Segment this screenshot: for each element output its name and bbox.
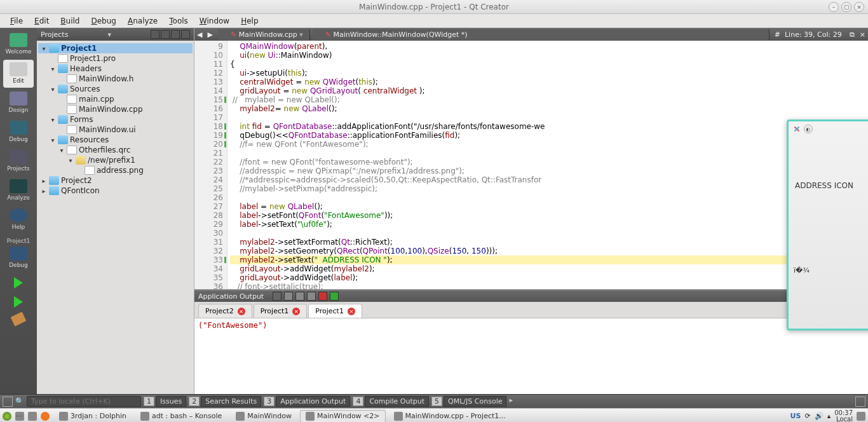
activity-help[interactable]: Help (3, 206, 34, 234)
locator-pane-5[interactable]: 5QML/JS Console (431, 396, 506, 407)
preview-app-icon (792, 125, 801, 133)
tree-node[interactable]: ▾Project1 (38, 43, 193, 53)
firefox-icon[interactable] (41, 412, 50, 421)
taskbar-item[interactable]: MainWindow.cpp - Project1... (388, 410, 512, 423)
menu-file[interactable]: File (5, 15, 28, 27)
output-tab[interactable]: Project2× (198, 304, 252, 318)
editor-toolbar: ◀ ▶ ✎ MainWindow.cpp ▾ ✎ MainWindow::Mai… (194, 28, 868, 41)
search-icon: 🔍 (15, 397, 24, 405)
locator-bar: 🔍 1Issues2Search Results3Application Out… (0, 394, 868, 408)
locator-pane-3[interactable]: 3Application Output (264, 396, 350, 407)
tree-node[interactable]: ▸QFontIcon (38, 186, 193, 196)
menu-window[interactable]: Window (194, 15, 234, 27)
locator-pane-1[interactable]: 1Issues (144, 396, 186, 407)
locator-pane-4[interactable]: 4Compile Output (353, 396, 429, 407)
output-body[interactable]: ("FontAwesome") (194, 318, 868, 394)
code-editor[interactable]: 9101112131415161718192021222324252627282… (194, 41, 868, 289)
show-desktop-button[interactable] (28, 412, 37, 421)
close-icon[interactable]: × (292, 308, 300, 315)
projects-close-button[interactable] (181, 30, 190, 39)
tree-node[interactable]: Project1.pro (38, 53, 193, 64)
editor-close-button[interactable]: × (857, 31, 868, 39)
taskbar-item[interactable]: MainWindow (230, 410, 297, 423)
debug-run-button[interactable] (14, 292, 23, 311)
tree-node[interactable]: ▾/new/prefix1 (38, 155, 193, 165)
tree-node[interactable]: ▾Headers (38, 64, 193, 74)
symbol-crumb[interactable]: ✎ MainWindow::MainWindow(QWidget *) (313, 29, 770, 40)
menu-edit[interactable]: Edit (29, 15, 54, 27)
tree-node[interactable]: ▾Otherfiles.qrc (38, 145, 193, 155)
nav-back-button[interactable]: ◀ (194, 31, 205, 39)
window-minimize-button[interactable]: – (829, 2, 839, 12)
nav-fwd-button[interactable]: ▶ (205, 31, 215, 39)
menu-debug[interactable]: Debug (86, 15, 121, 27)
taskbar-item[interactable]: 3rdjan : Dolphin (53, 410, 132, 423)
taskbar-item[interactable]: MainWindow <2> (300, 410, 386, 423)
activity-edit[interactable]: Edit (3, 60, 34, 88)
projects-split-button[interactable] (171, 30, 180, 39)
menu-build[interactable]: Build (55, 15, 85, 27)
tree-node[interactable]: ▾Sources (38, 84, 193, 94)
tree-node[interactable]: main.cpp (38, 94, 193, 104)
system-taskbar: ⋯ 3rdjan : Dolphinadt : bash – KonsoleMa… (0, 408, 868, 422)
projects-title: Projects (41, 31, 68, 39)
projects-tree[interactable]: ▾Project1 Project1.pro▾Headers MainWindo… (37, 41, 194, 198)
run-button[interactable] (14, 273, 23, 292)
tree-node[interactable]: MainWindow.ui (38, 125, 193, 135)
menu-analyze[interactable]: Analyze (123, 15, 163, 27)
taskbar-item[interactable]: adt : bash – Konsole (135, 410, 227, 423)
window-maximize-button[interactable]: ▢ (841, 2, 851, 12)
output-stop-button[interactable] (318, 292, 327, 301)
preview-pin-button[interactable]: ◐ (804, 125, 813, 133)
tree-node[interactable]: MainWindow.h (38, 74, 193, 84)
window-close-button[interactable]: × (854, 2, 864, 12)
locator-pane-2[interactable]: 2Search Results (189, 396, 261, 407)
output-panel: Application Output Project2×Project (194, 289, 868, 394)
tray-expand-icon[interactable]: ▴ (827, 412, 831, 420)
desktop-pager[interactable] (857, 412, 865, 421)
output-rerun-button[interactable] (273, 292, 281, 301)
target-project-label: Project1 (7, 238, 31, 244)
file-crumb[interactable]: ✎ MainWindow.cpp ▾ (218, 29, 310, 40)
output-prev-button[interactable] (284, 292, 293, 301)
output-next-button[interactable] (295, 292, 304, 301)
locator-input[interactable] (27, 396, 141, 407)
close-icon[interactable]: × (348, 308, 355, 315)
tree-node[interactable]: MainWindow.cpp (38, 104, 193, 114)
activity-welcome[interactable]: Welcome (3, 31, 34, 58)
output-tab[interactable]: Project1× (308, 304, 362, 318)
start-button[interactable] (3, 412, 11, 421)
projects-filter-button[interactable] (151, 30, 159, 39)
updates-icon[interactable]: ⟳ (804, 412, 810, 420)
activities-button[interactable]: ⋯ (15, 412, 24, 421)
activity-projects[interactable]: Projects (3, 147, 34, 175)
volume-icon[interactable]: 🔊 (815, 412, 824, 420)
clock[interactable]: 00:37Local (834, 410, 853, 423)
tree-node[interactable]: ▾Forms (38, 114, 193, 125)
output-play-button[interactable] (307, 292, 316, 301)
projects-sync-button[interactable] (161, 30, 170, 39)
close-icon[interactable]: × (238, 308, 245, 315)
activity-analyze[interactable]: Analyze (3, 177, 34, 205)
keyboard-indicator[interactable]: US (790, 412, 801, 420)
build-button[interactable] (12, 311, 25, 327)
target-selector[interactable]: Debug (3, 244, 34, 272)
menu-tools[interactable]: Tools (164, 15, 193, 27)
output-title: Application Output (198, 292, 264, 301)
tree-node[interactable]: ▾Resources (38, 135, 193, 145)
preview-window[interactable]: ◐ MainWindow <2> ▾ ▴ × ADDRESS ICON ï�¾ (787, 119, 868, 330)
progress-indicator (855, 397, 865, 407)
tree-node[interactable]: ▸Project2 (38, 175, 193, 186)
locator-toggle-button[interactable] (3, 397, 13, 407)
menu-help[interactable]: Help (236, 15, 263, 27)
activity-design[interactable]: Design (3, 89, 34, 117)
cursor-position: # Line: 39, Col: 29 (770, 31, 847, 39)
projects-header: Projects ▾ (37, 28, 194, 41)
output-attach-button[interactable] (330, 292, 339, 301)
window-title: MainWindow.cpp - Project1 - Qt Creator (359, 3, 509, 11)
output-tab[interactable]: Project1× (254, 304, 308, 318)
preview-glyph: ï�¾ (794, 266, 868, 275)
activity-debug[interactable]: Debug (3, 118, 34, 146)
editor-split-button[interactable]: ⧉ (847, 31, 857, 39)
tree-node[interactable]: address.png (38, 165, 193, 175)
